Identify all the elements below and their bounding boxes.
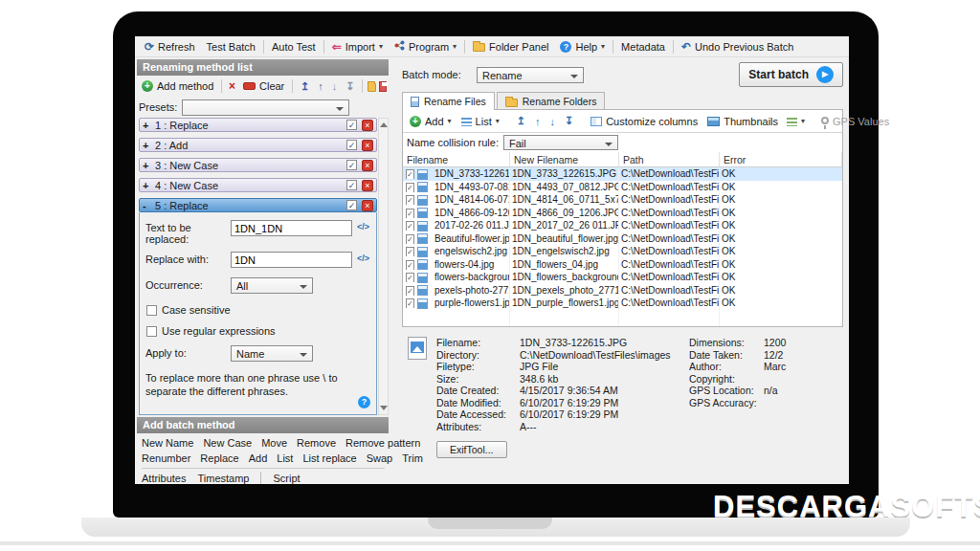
move-down-icon[interactable]: ↓ — [329, 80, 341, 92]
scroll-down-icon[interactable] — [380, 406, 388, 410]
row-checkbox[interactable]: ✓ — [406, 195, 414, 205]
row-checkbox[interactable]: ✓ — [406, 260, 414, 270]
apply-to-dropdown[interactable]: Name — [231, 345, 313, 362]
exiftool-button[interactable]: ExifTool... — [436, 441, 507, 458]
start-batch-button[interactable]: Start batch ▶ — [739, 62, 843, 87]
move-down-icon[interactable]: ↓ — [546, 116, 558, 127]
sort-button[interactable]: ▾ — [785, 114, 807, 128]
text-to-replace-input[interactable] — [231, 220, 352, 236]
row-checkbox[interactable]: ✓ — [406, 273, 414, 282]
gps-values-button[interactable]: GPS Values — [818, 114, 892, 129]
method-link[interactable]: Replace — [200, 452, 238, 464]
method-link[interactable]: Renumber — [142, 452, 190, 464]
table-row[interactable]: ✓ 1DN_4493-07-0812... 1DN_4493_07_0812.J… — [403, 181, 842, 194]
method-delete-button[interactable]: × — [362, 200, 373, 211]
method-item[interactable]: + 4 : New Case ✓ × — [139, 178, 377, 192]
method-link[interactable]: Script — [273, 473, 300, 484]
method-link[interactable]: Add — [249, 452, 268, 464]
help-button[interactable]: ? Help ▾ — [554, 39, 611, 55]
method-link[interactable]: List — [277, 452, 293, 464]
delete-method-button[interactable]: × — [227, 78, 237, 94]
expander-icon[interactable]: + — [143, 160, 150, 171]
row-checkbox[interactable]: ✓ — [406, 234, 414, 244]
move-bottom-icon[interactable]: ↧ — [343, 80, 357, 93]
column-header[interactable]: New Filename — [510, 152, 619, 166]
regex-checkbox[interactable] — [146, 326, 157, 337]
save-preset-icon[interactable] — [379, 81, 387, 92]
method-delete-button[interactable]: × — [362, 120, 373, 131]
thumbnails-button[interactable]: Thumbnails — [704, 114, 781, 129]
move-bottom-icon[interactable]: ↧ — [562, 115, 576, 127]
move-top-icon[interactable]: ↥ — [514, 115, 528, 127]
table-row[interactable]: ✓ flowers-background... 1DN_flowers_back… — [403, 271, 842, 284]
method-delete-button[interactable]: × — [362, 180, 373, 191]
column-header[interactable]: Filename — [403, 152, 510, 166]
method-checkbox[interactable]: ✓ — [346, 140, 357, 150]
row-checkbox[interactable]: ✓ — [406, 209, 414, 218]
customize-columns-button[interactable]: Customize columns — [588, 114, 701, 129]
expander-icon[interactable]: + — [143, 180, 150, 191]
clear-methods-button[interactable]: Clear — [240, 78, 287, 94]
batch-mode-dropdown[interactable]: Rename — [477, 67, 584, 83]
method-checkbox[interactable]: ✓ — [346, 120, 357, 130]
method-delete-button[interactable]: × — [362, 140, 373, 151]
tab-rename-files[interactable]: Rename Files — [402, 92, 495, 110]
tab-rename-folders[interactable]: Rename Folders — [497, 92, 606, 110]
method-item[interactable]: + 3 : New Case ✓ × — [139, 158, 377, 172]
add-method-button[interactable]: + Add method — [139, 78, 216, 94]
refresh-button[interactable]: ⟳ Refresh — [139, 39, 201, 55]
row-checkbox[interactable]: ✓ — [406, 169, 414, 179]
method-checkbox[interactable]: ✓ — [346, 180, 357, 190]
move-up-icon[interactable]: ↑ — [532, 116, 544, 127]
auto-test-button[interactable]: Auto Test — [266, 39, 322, 55]
row-checkbox[interactable]: ✓ — [406, 221, 414, 231]
table-row[interactable]: ✓ engelswisch2.jpg 1DN_engelswisch2.jpg … — [403, 245, 842, 258]
table-row[interactable]: ✓ Beautiful-flower.jpg 1DN_beautiful_flo… — [403, 232, 842, 246]
method-item[interactable]: + 2 : Add ✓ × — [139, 138, 377, 152]
table-row[interactable]: ✓ 2017-02-26 011.JPG 1DN_2017_02_26 011.… — [403, 219, 842, 232]
tags-icon[interactable]: </> — [357, 252, 369, 263]
table-row[interactable]: ✓ purple-flowers1.jpg 1DN_purple_flowers… — [403, 297, 842, 310]
metadata-button[interactable]: Metadata — [615, 39, 671, 55]
open-preset-icon[interactable] — [368, 83, 376, 92]
import-button[interactable]: ⇐ Import ▾ — [326, 39, 389, 55]
list-button[interactable]: List ▾ — [458, 114, 502, 129]
column-header[interactable]: Path — [619, 152, 720, 166]
folder-panel-button[interactable]: Folder Panel — [467, 39, 554, 55]
method-link[interactable]: Timestamp — [197, 473, 249, 484]
method-delete-button[interactable]: × — [362, 160, 373, 171]
program-button[interactable]: Program ▾ — [389, 38, 462, 55]
row-checkbox[interactable]: ✓ — [406, 183, 414, 192]
replace-with-input[interactable] — [231, 252, 352, 268]
name-collision-dropdown[interactable]: Fail — [503, 135, 618, 150]
scroll-up-icon[interactable] — [380, 122, 388, 127]
question-icon[interactable]: ? — [358, 396, 370, 408]
method-link[interactable]: List replace — [302, 452, 356, 464]
table-row[interactable]: ✓ 1DN_4814-06-0711... 1DN_4814_06_0711_5… — [403, 193, 842, 207]
add-files-button[interactable]: + Add ▾ — [407, 114, 455, 129]
table-row[interactable]: ✓ 1DN_3733-122615.... 1DN_3733_122615.JP… — [403, 167, 842, 181]
expander-icon[interactable]: + — [143, 140, 150, 151]
occurrence-dropdown[interactable]: All — [231, 277, 313, 294]
method-item[interactable]: + 1 : Replace ✓ × — [139, 118, 377, 132]
method-checkbox[interactable]: ✓ — [346, 200, 357, 210]
row-checkbox[interactable]: ✓ — [406, 247, 414, 256]
move-up-icon[interactable]: ↑ — [315, 80, 326, 92]
column-header[interactable]: Error — [720, 152, 842, 166]
method-link[interactable]: Move — [261, 437, 287, 449]
presets-dropdown[interactable] — [182, 99, 349, 116]
case-sensitive-checkbox[interactable] — [146, 305, 157, 316]
method-link[interactable]: New Name — [142, 437, 193, 449]
method-list-scrollbar[interactable] — [378, 118, 389, 415]
tags-icon[interactable]: </> — [357, 220, 369, 231]
row-checkbox[interactable]: ✓ — [406, 298, 414, 308]
move-top-icon[interactable]: ↥ — [298, 80, 312, 93]
method-link[interactable]: New Case — [203, 437, 252, 449]
method-checkbox[interactable]: ✓ — [346, 160, 357, 170]
row-checkbox[interactable]: ✓ — [406, 286, 414, 296]
table-row[interactable]: ✓ 1DN_4866-09-1206... 1DN_4866_09_1206.J… — [403, 207, 842, 220]
expander-icon[interactable]: - — [143, 200, 150, 211]
expander-icon[interactable]: + — [143, 120, 150, 131]
method-link[interactable]: Swap — [367, 452, 393, 464]
table-row[interactable]: ✓ flowers-04.jpg 1DN_flowers_04.jpg C:\N… — [403, 258, 842, 272]
